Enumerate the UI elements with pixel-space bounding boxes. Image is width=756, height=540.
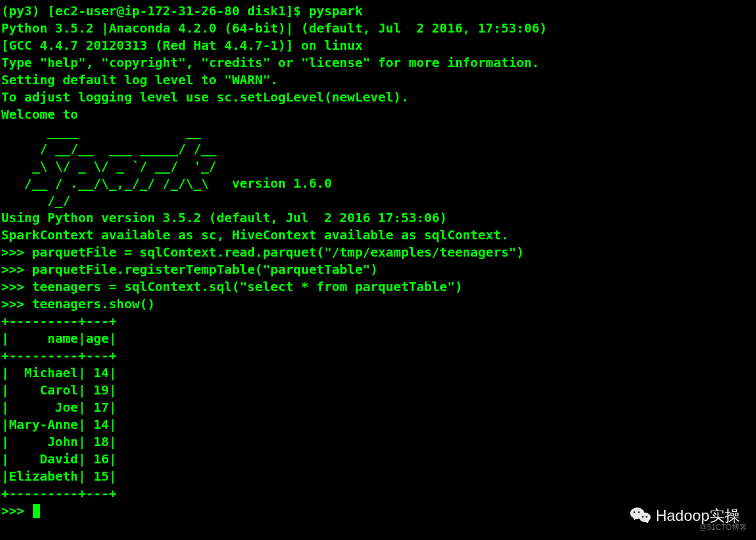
terminal-line: _\ \/ _ \/ _ `/ __/ '_/ xyxy=(1,158,755,175)
terminal-line: >>> teenagers = sqlContext.sql("select *… xyxy=(1,278,755,296)
terminal-line: | Joe| 17| xyxy=(1,399,755,416)
terminal-cursor xyxy=(33,504,40,518)
terminal-line: [GCC 4.4.7 20120313 (Red Hat 4.4.7-1)] o… xyxy=(1,37,755,54)
terminal-line: (py3) [ec2-user@ip-172-31-26-80 disk1]$ … xyxy=(1,3,755,20)
terminal-line: Setting default log level to "WARN". xyxy=(1,71,755,89)
terminal-line: >>> parquetFile.registerTempTable("parqu… xyxy=(1,261,755,278)
terminal-line: Python 3.5.2 |Anaconda 4.2.0 (64-bit)| (… xyxy=(1,20,755,37)
terminal-line: | John| 18| xyxy=(1,433,755,451)
terminal-line: | Michael| 14| xyxy=(1,364,755,382)
terminal-line: Type "help", "copyright", "credits" or "… xyxy=(1,54,755,71)
terminal-line: | Carol| 19| xyxy=(1,382,755,399)
terminal-line: |Mary-Anne| 14| xyxy=(1,416,755,433)
terminal-line: SparkContext available as sc, HiveContex… xyxy=(1,227,755,244)
terminal-line: >>> teenagers.show() xyxy=(1,296,755,313)
terminal-line: | David| 16| xyxy=(1,451,755,468)
terminal-line: /__ / .__/\_,_/_/ /_/\_\ version 1.6.0 xyxy=(1,175,755,192)
terminal-line: /_/ xyxy=(1,192,755,209)
terminal-line: |Elizabeth| 15| xyxy=(1,468,755,485)
terminal-line: / __/__ ___ _____/ /__ xyxy=(1,140,755,158)
terminal-line: | name|age| xyxy=(1,330,755,347)
terminal-line: +---------+---+ xyxy=(1,313,755,330)
wechat-icon xyxy=(630,506,652,524)
terminal-line: >>> parquetFile = sqlContext.read.parque… xyxy=(1,244,755,261)
copyright-text: @51CTO博客 xyxy=(699,519,747,536)
terminal-output[interactable]: (py3) [ec2-user@ip-172-31-26-80 disk1]$ … xyxy=(1,3,755,520)
terminal-line: To adjust logging level use sc.setLogLev… xyxy=(1,89,755,106)
terminal-line: Using Python version 3.5.2 (default, Jul… xyxy=(1,209,755,227)
terminal-line: +---------+---+ xyxy=(1,347,755,364)
terminal-line: Welcome to xyxy=(1,106,755,123)
terminal-line: +---------+---+ xyxy=(1,485,755,502)
terminal-line: ____ __ xyxy=(1,123,755,140)
